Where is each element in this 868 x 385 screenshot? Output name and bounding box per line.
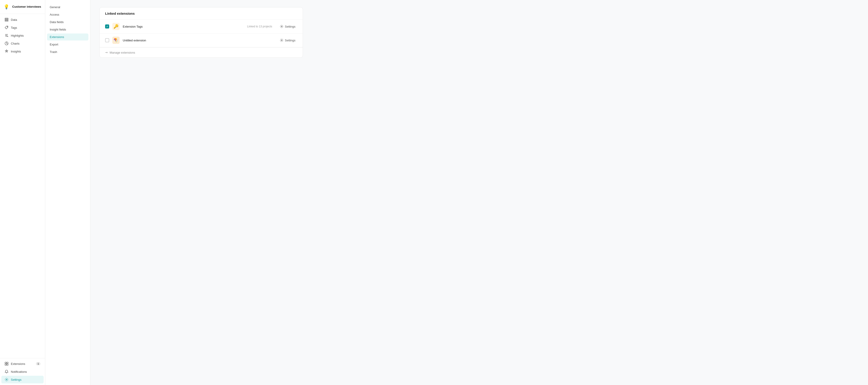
extension-tags-settings-btn[interactable]: Settings [278, 24, 297, 29]
svg-point-12 [6, 379, 7, 380]
sidebar-nav: Data Tags Highlights [0, 14, 45, 358]
settings-gear-icon-2 [280, 38, 283, 42]
extension-tags-checkbox[interactable] [105, 24, 109, 29]
extension-tags-icon: 🔑 [112, 23, 120, 30]
svg-rect-0 [5, 18, 8, 19]
middle-item-data-fields[interactable]: Data fields [47, 19, 88, 26]
extension-tags-linked: Linked to 13 projects [247, 25, 272, 28]
app-title: Customer interviews [12, 5, 41, 9]
extensions-icon [4, 362, 8, 366]
sidebar-item-highlights-label: Highlights [11, 34, 24, 37]
sidebar-item-extensions[interactable]: Extensions 1 [1, 360, 43, 367]
insights-icon [4, 49, 8, 53]
sidebar-item-charts[interactable]: Charts [1, 39, 43, 47]
highlights-icon [4, 33, 8, 37]
sidebar-item-insights-label: Insights [11, 50, 21, 53]
svg-rect-2 [5, 21, 8, 22]
untitled-extension-name: Untitled extension [123, 39, 269, 42]
extension-row-tags: 🔑 Extension Tags Linked to 13 projects S… [100, 20, 303, 33]
sidebar-footer: Extensions 1 Notifications Settings [0, 358, 45, 385]
svg-rect-11 [7, 364, 8, 365]
sidebar-item-settings-label: Settings [11, 378, 22, 381]
card-title: Linked extensions [105, 11, 135, 16]
sidebar: 💡 Customer interviews Data Tags [0, 0, 45, 385]
charts-icon [4, 41, 8, 46]
svg-point-14 [281, 40, 282, 41]
middle-item-insight-fields[interactable]: Insight fields [47, 26, 88, 33]
extension-tags-name: Extension Tags [123, 25, 244, 28]
card-header: Linked extensions [100, 7, 303, 20]
data-icon [4, 18, 8, 22]
svg-point-3 [7, 27, 8, 27]
middle-item-general[interactable]: General [47, 4, 88, 11]
sidebar-item-tags-label: Tags [11, 26, 17, 29]
app-logo-icon: 💡 [3, 3, 10, 10]
sidebar-item-extensions-label: Extensions [11, 362, 25, 365]
sidebar-item-notifications-label: Notifications [11, 370, 27, 374]
middle-item-access[interactable]: Access [47, 11, 88, 18]
sidebar-item-settings[interactable]: Settings [1, 376, 43, 383]
sidebar-item-tags[interactable]: Tags [1, 24, 43, 31]
svg-rect-10 [5, 364, 6, 365]
middle-item-export[interactable]: Export [47, 41, 88, 48]
tags-icon [4, 26, 8, 30]
middle-item-trash[interactable]: Trash [47, 49, 88, 55]
middle-item-extensions[interactable]: Extensions [47, 33, 88, 40]
main-content: Linked extensions 🔑 Extension Tags Linke… [90, 0, 868, 385]
sidebar-item-data-label: Data [11, 18, 17, 22]
untitled-extension-settings-btn[interactable]: Settings [278, 37, 297, 43]
manage-arrow-icon: ↗ [104, 50, 109, 55]
notifications-icon [4, 369, 8, 374]
sidebar-item-data[interactable]: Data [1, 16, 43, 24]
svg-rect-9 [7, 362, 8, 363]
linked-extensions-card: Linked extensions 🔑 Extension Tags Linke… [99, 7, 303, 58]
untitled-extension-icon: 🪁 [112, 37, 120, 44]
extension-row-untitled: 🪁 Untitled extension Settings [100, 33, 303, 47]
manage-extensions-row[interactable]: ↗ Manage extensions [100, 47, 303, 57]
sidebar-header: 💡 Customer interviews [0, 0, 45, 14]
sidebar-item-notifications[interactable]: Notifications [1, 368, 43, 376]
sidebar-item-highlights[interactable]: Highlights [1, 32, 43, 39]
settings-gear-icon [280, 25, 283, 28]
svg-rect-8 [5, 362, 6, 363]
middle-panel: General Access Data fields Insight field… [45, 0, 90, 385]
settings-icon [4, 378, 8, 382]
sidebar-item-insights[interactable]: Insights [1, 48, 43, 55]
svg-rect-1 [5, 19, 8, 20]
svg-point-13 [281, 26, 282, 27]
untitled-extension-checkbox[interactable] [105, 38, 109, 42]
sidebar-item-charts-label: Charts [11, 42, 20, 45]
extensions-badge: 1 [36, 362, 40, 365]
manage-extensions-label: Manage extensions [110, 51, 135, 54]
